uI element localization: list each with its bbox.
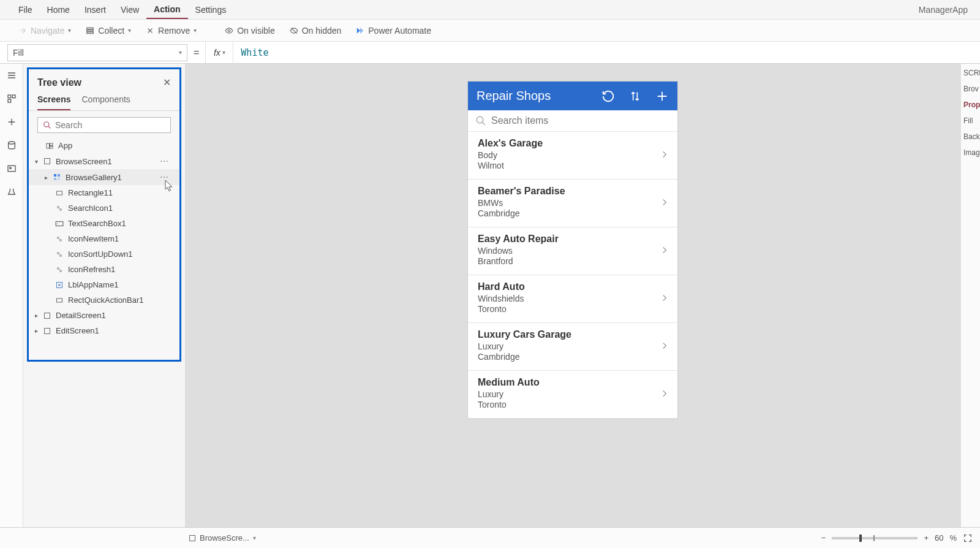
caret-right-icon[interactable]: ▸ xyxy=(45,174,52,181)
shop-subtitle: Luxury xyxy=(478,341,660,351)
menu-action[interactable]: Action xyxy=(146,1,188,19)
tree-node-icon-refresh[interactable]: IconRefresh1 xyxy=(29,262,179,277)
more-options-icon[interactable]: ⋯ xyxy=(160,156,173,166)
chevron-down-icon: ▾ xyxy=(68,27,71,34)
fullscreen-icon[interactable] xyxy=(963,533,973,543)
close-icon[interactable]: ✕ xyxy=(163,77,171,88)
tree-search-input[interactable] xyxy=(55,120,165,130)
menu-file[interactable]: File xyxy=(11,1,40,18)
chevron-right-icon[interactable] xyxy=(660,291,669,305)
list-item[interactable]: Easy Auto Repair Windows Brantford xyxy=(468,227,677,275)
prop-fill[interactable]: Fill xyxy=(963,116,978,125)
chevron-right-icon[interactable] xyxy=(660,148,669,161)
tree-view-icon[interactable] xyxy=(6,93,17,104)
remove-icon xyxy=(146,26,154,35)
tree-node-search-icon[interactable]: SearchIcon1 xyxy=(29,200,179,216)
canvas-area[interactable]: Repair Shops Alex's xyxy=(185,64,960,527)
screen-selector[interactable]: BrowseScre... ▾ xyxy=(189,533,256,542)
caret-right-icon[interactable]: ▸ xyxy=(35,312,42,319)
phone-search-box[interactable] xyxy=(468,110,677,132)
refresh-icon[interactable] xyxy=(601,89,615,103)
tree-node-rect-quick[interactable]: RectQuickActionBar1 xyxy=(29,292,179,308)
tree-node-label: SearchIcon1 xyxy=(68,204,113,213)
menu-settings[interactable]: Settings xyxy=(188,1,234,18)
tree-node-browse-gallery[interactable]: ▸ BrowseGallery1 ⋯ xyxy=(29,169,179,185)
prop-back[interactable]: Back xyxy=(963,132,978,141)
on-visible-button[interactable]: On visible xyxy=(219,23,281,38)
caret-down-icon[interactable]: ▾ xyxy=(35,158,42,165)
tree-node-app[interactable]: App xyxy=(29,138,179,153)
phone-search-input[interactable] xyxy=(491,115,670,126)
textbox-icon xyxy=(55,219,64,228)
tree-node-edit-screen[interactable]: ▸ EditScreen1 xyxy=(29,323,179,338)
zoom-in-button[interactable]: + xyxy=(924,533,929,542)
svg-rect-22 xyxy=(56,221,63,226)
svg-rect-4 xyxy=(8,95,11,98)
list-item[interactable]: Beamer's Paradise BMWs Cambridge xyxy=(468,180,677,227)
sort-icon[interactable] xyxy=(628,89,642,103)
tools-icon[interactable] xyxy=(6,186,17,197)
chevron-down-icon: ▾ xyxy=(222,49,225,56)
prop-image[interactable]: Imag xyxy=(963,148,978,157)
caret-right-icon[interactable]: ▸ xyxy=(35,327,42,334)
tree-node-rectangle[interactable]: Rectangle11 xyxy=(29,185,179,200)
svg-rect-1 xyxy=(87,29,94,31)
chevron-right-icon[interactable] xyxy=(660,387,669,400)
screen-icon xyxy=(42,327,52,335)
properties-panel: SCRE Brov Prop Fill Back Imag xyxy=(960,64,980,527)
search-icon xyxy=(475,115,486,126)
tab-components[interactable]: Components xyxy=(81,92,130,110)
zoom-out-button[interactable]: − xyxy=(821,533,826,542)
properties-tab[interactable]: Prop xyxy=(963,101,978,109)
hamburger-icon[interactable] xyxy=(6,70,17,81)
svg-point-3 xyxy=(228,29,230,32)
navigate-button[interactable]: Navigate ▾ xyxy=(12,23,77,38)
on-hidden-button[interactable]: On hidden xyxy=(284,23,348,38)
navigate-label: Navigate xyxy=(31,26,64,36)
fx-button[interactable]: fx ▾ xyxy=(205,42,233,64)
list-item[interactable]: Medium Auto Luxury Toronto xyxy=(468,371,677,419)
shop-subtitle: Windows xyxy=(478,246,660,256)
svg-rect-15 xyxy=(54,174,56,177)
shop-city: Wilmot xyxy=(478,161,660,170)
svg-rect-17 xyxy=(54,178,56,180)
remove-button[interactable]: Remove ▾ xyxy=(140,23,203,38)
zoom-slider[interactable] xyxy=(832,537,918,539)
tree-node-label: LblAppName1 xyxy=(68,280,118,289)
tree-node-label-app[interactable]: LblAppName1 xyxy=(29,277,179,292)
tab-screens[interactable]: Screens xyxy=(37,92,70,110)
chevron-down-icon: ▾ xyxy=(253,535,256,541)
more-options-icon[interactable]: ⋯ xyxy=(160,172,173,182)
menu-home[interactable]: Home xyxy=(40,1,77,18)
left-rail xyxy=(0,64,23,527)
tree-node-detail-screen[interactable]: ▸ DetailScreen1 xyxy=(29,308,179,323)
insert-icon[interactable] xyxy=(6,116,17,127)
zoom-handle[interactable] xyxy=(859,535,862,542)
menu-view[interactable]: View xyxy=(113,1,146,18)
list-item[interactable]: Hard Auto Windshields Toronto xyxy=(468,275,677,323)
power-automate-button[interactable]: Power Automate xyxy=(350,23,437,38)
add-icon[interactable] xyxy=(655,89,669,103)
shop-title: Beamer's Paradise xyxy=(478,186,660,197)
list-item[interactable]: Luxury Cars Garage Luxury Cambridge xyxy=(468,323,677,371)
svg-rect-18 xyxy=(58,178,60,180)
tree-node-label: RectQuickActionBar1 xyxy=(68,295,144,305)
formula-input[interactable] xyxy=(233,44,980,62)
chevron-right-icon[interactable] xyxy=(660,339,669,352)
panel-label-browse: Brov xyxy=(963,85,978,93)
media-icon[interactable] xyxy=(6,163,17,174)
chevron-right-icon[interactable] xyxy=(660,243,669,257)
tree-node-icon-sort[interactable]: IconSortUpDown1 xyxy=(29,246,179,262)
phone-header: Repair Shops xyxy=(468,82,677,110)
property-selector[interactable]: Fill ▾ xyxy=(7,44,187,61)
tree-node-text-search[interactable]: TextSearchBox1 xyxy=(29,216,179,231)
tree-search-box[interactable] xyxy=(37,117,171,133)
chevron-right-icon[interactable] xyxy=(660,196,669,209)
chevron-down-icon: ▾ xyxy=(179,49,182,56)
collect-button[interactable]: Collect ▾ xyxy=(80,23,137,38)
list-item[interactable]: Alex's Garage Body Wilmot xyxy=(468,132,677,180)
tree-node-browse-screen[interactable]: ▾ BrowseScreen1 ⋯ xyxy=(29,153,179,169)
data-icon[interactable] xyxy=(6,140,17,151)
tree-node-icon-new[interactable]: IconNewItem1 xyxy=(29,231,179,246)
menu-insert[interactable]: Insert xyxy=(77,1,113,18)
